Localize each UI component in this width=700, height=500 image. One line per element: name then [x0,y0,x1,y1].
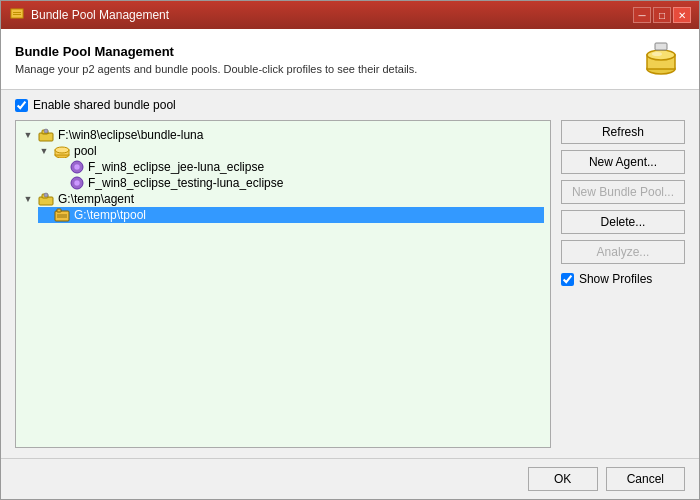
title-bar-left: Bundle Pool Management [9,7,169,23]
header-title: Bundle Pool Management [15,44,417,59]
shared-bundle-pool-row: Enable shared bundle pool [1,90,699,120]
tree-panel[interactable]: ▼ F:\win8\eclipse\bundle-luna ▼ [15,120,551,448]
header-section: Bundle Pool Management Manage your p2 ag… [1,29,699,90]
database-icon [637,39,685,79]
title-bar-controls: ─ □ ✕ [633,7,691,23]
svg-rect-1 [13,12,21,13]
app-icon [9,7,25,23]
tree-node-agent2: ▼ G:\temp\agent [22,191,544,223]
svg-rect-12 [43,133,49,134]
main-window: Bundle Pool Management ─ □ ✕ Bundle Pool… [0,0,700,500]
cancel-button[interactable]: Cancel [606,467,685,491]
tree-item-pool1[interactable]: ▼ pool [38,143,544,159]
new-agent-button[interactable]: New Agent... [561,150,685,174]
tree-node-agent1: ▼ F:\win8\eclipse\bundle-luna ▼ [22,127,544,191]
tree-item-bundle2[interactable]: F_win8_eclipse_testing-luna_eclipse [54,175,544,191]
pool-icon-1 [54,144,70,158]
svg-point-8 [652,52,662,56]
title-bar: Bundle Pool Management ─ □ ✕ [1,1,699,29]
svg-point-22 [44,193,48,197]
svg-rect-2 [13,14,21,15]
expander-agent2[interactable]: ▼ [22,194,34,204]
tree-item-agent1[interactable]: ▼ F:\win8\eclipse\bundle-luna [22,127,544,143]
agent1-label: F:\win8\eclipse\bundle-luna [58,128,203,142]
pool2-label: G:\temp\tpool [74,208,146,222]
svg-point-15 [55,147,69,153]
shared-bundle-pool-checkbox[interactable] [15,99,28,112]
header-description: Manage your p2 agents and bundle pools. … [15,63,417,75]
tree-children-agent2: G:\temp\tpool [38,207,544,223]
svg-rect-24 [57,209,61,212]
agent2-label: G:\temp\agent [58,192,134,206]
bundle1-label: F_win8_eclipse_jee-luna_eclipse [88,160,264,174]
minimize-button[interactable]: ─ [633,7,651,23]
show-profiles-checkbox[interactable] [561,273,574,286]
svg-point-11 [44,129,48,133]
bundle-icon-1 [70,160,84,174]
bundle-icon-2 [70,176,84,190]
tree-children-pool1: F_win8_eclipse_jee-luna_eclipse F_win8_e… [54,159,544,191]
expander-pool1[interactable]: ▼ [38,146,50,156]
title-bar-title: Bundle Pool Management [31,8,169,22]
svg-rect-7 [655,43,667,50]
refresh-button[interactable]: Refresh [561,120,685,144]
close-button[interactable]: ✕ [673,7,691,23]
agent-icon-1 [38,128,54,142]
buttons-panel: Refresh New Agent... New Bundle Pool... … [561,120,685,448]
svg-point-17 [74,164,80,170]
expander-agent1[interactable]: ▼ [22,130,34,140]
show-profiles-label[interactable]: Show Profiles [579,272,652,286]
tree-item-agent2[interactable]: ▼ G:\temp\agent [22,191,544,207]
main-content: ▼ F:\win8\eclipse\bundle-luna ▼ [1,120,699,458]
pool1-label: pool [74,144,97,158]
svg-rect-23 [55,211,69,221]
analyze-button[interactable]: Analyze... [561,240,685,264]
tree-item-pool2-selected[interactable]: G:\temp\tpool [38,207,544,223]
new-bundle-pool-button[interactable]: New Bundle Pool... [561,180,685,204]
pool-icon-2 [54,208,70,222]
footer: OK Cancel [1,458,699,499]
header-icon [637,39,685,79]
ok-button[interactable]: OK [528,467,598,491]
header-text: Bundle Pool Management Manage your p2 ag… [15,44,417,75]
shared-bundle-pool-label[interactable]: Enable shared bundle pool [33,98,176,112]
agent-icon-2 [38,192,54,206]
tree-children-agent1: ▼ pool [38,143,544,191]
bundle2-label: F_win8_eclipse_testing-luna_eclipse [88,176,283,190]
svg-point-19 [74,180,80,186]
tree-node-pool1: ▼ pool [38,143,544,191]
delete-button[interactable]: Delete... [561,210,685,234]
tree-item-bundle1[interactable]: F_win8_eclipse_jee-luna_eclipse [54,159,544,175]
show-profiles-row: Show Profiles [561,270,685,288]
svg-rect-0 [11,9,23,18]
maximize-button[interactable]: □ [653,7,671,23]
